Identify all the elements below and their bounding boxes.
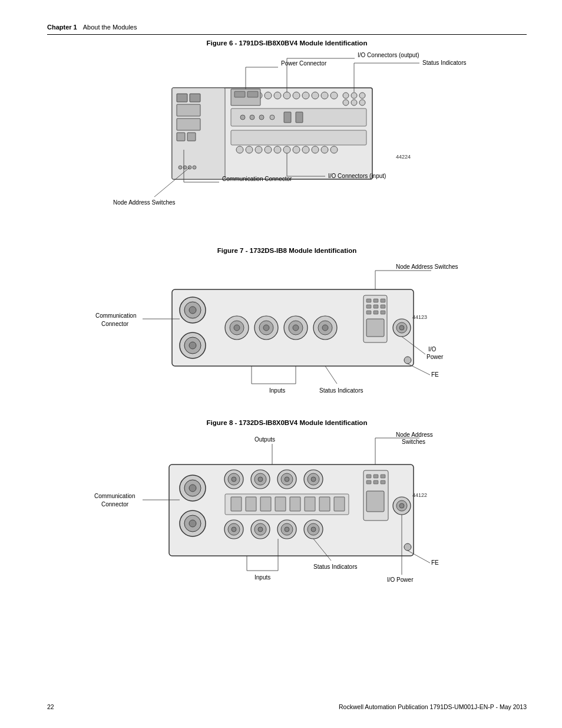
svg-point-42	[255, 146, 262, 153]
svg-text:44123: 44123	[412, 314, 427, 320]
figure-6-title: Figure 6 - 1791DS-IB8X0BV4 Module Identi…	[47, 39, 527, 47]
svg-rect-125	[225, 494, 349, 515]
status-indicators-label: Status Indicators	[422, 60, 466, 66]
svg-rect-86	[373, 305, 378, 308]
svg-point-109	[189, 485, 196, 492]
svg-rect-147	[366, 475, 371, 478]
svg-point-121	[285, 477, 289, 482]
fig7-comm-label1: Communication	[95, 312, 136, 319]
svg-rect-90	[381, 311, 385, 314]
svg-point-11	[193, 166, 196, 169]
svg-rect-87	[381, 305, 385, 308]
svg-rect-126	[231, 497, 242, 511]
svg-point-46	[293, 146, 300, 153]
svg-rect-151	[373, 480, 378, 484]
svg-line-105	[408, 364, 430, 375]
node-addr-label: Node Address Switches	[113, 199, 176, 206]
figure-6-section: Figure 6 - 1791DS-IB8X0BV4 Module Identi…	[47, 39, 527, 229]
svg-point-40	[236, 146, 243, 153]
svg-rect-38	[234, 91, 245, 97]
svg-point-8	[178, 166, 182, 169]
svg-point-118	[258, 477, 263, 482]
svg-rect-132	[319, 497, 330, 511]
svg-rect-39	[247, 91, 258, 97]
fig8-comm-label1: Communication	[94, 493, 135, 499]
svg-point-16	[274, 92, 281, 99]
io-input-label: I/O Connectors (input)	[328, 173, 386, 179]
svg-point-47	[302, 146, 309, 153]
figure-6-area: 44224 Power Connector I/O Connectors (ou…	[47, 52, 527, 229]
svg-rect-129	[275, 497, 286, 511]
svg-rect-6	[177, 133, 185, 141]
svg-rect-153	[366, 491, 384, 512]
svg-rect-127	[246, 497, 256, 511]
svg-point-17	[283, 92, 290, 99]
svg-rect-85	[366, 305, 371, 308]
svg-rect-131	[305, 497, 315, 511]
svg-rect-133	[334, 497, 345, 511]
publication-info: Rockwell Automation Publication 1791DS-U…	[339, 703, 527, 710]
svg-point-112	[189, 520, 196, 527]
svg-point-115	[232, 477, 236, 482]
page-number: 22	[47, 703, 54, 710]
svg-point-139	[258, 527, 263, 532]
svg-rect-152	[381, 480, 385, 484]
fig7-fe-label: FE	[431, 371, 439, 378]
figure-8-section: Figure 8 - 1732DS-IB8X0BV4 Module Identi…	[47, 419, 527, 585]
svg-rect-35	[296, 112, 303, 123]
svg-point-26	[343, 100, 349, 106]
figure-6-svg: 44224 Power Connector I/O Connectors (ou…	[66, 52, 508, 229]
svg-point-48	[312, 146, 319, 153]
svg-rect-4	[177, 104, 200, 116]
svg-point-23	[343, 93, 349, 98]
svg-line-103	[325, 366, 337, 384]
svg-point-25	[359, 93, 365, 98]
svg-rect-2	[177, 94, 187, 102]
svg-point-71	[234, 325, 240, 331]
figure-7-section: Figure 7 - 1732DS-IB8 Module Identificat…	[47, 247, 527, 401]
svg-rect-128	[260, 497, 271, 511]
page-container: Chapter 1 About the Modules Figure 6 - 1…	[0, 0, 562, 728]
svg-point-145	[311, 527, 316, 532]
svg-rect-5	[177, 118, 200, 130]
svg-text:44122: 44122	[412, 492, 427, 498]
svg-point-21	[321, 92, 328, 99]
io-output-label: I/O Connectors (output)	[358, 52, 419, 58]
figure-8-area: 44122 Outputs Node Address Switches Comm…	[47, 432, 527, 585]
svg-rect-89	[373, 311, 378, 314]
svg-point-44	[274, 146, 281, 153]
fig8-fe-label: FE	[431, 559, 439, 566]
figure-8-svg: 44122 Outputs Node Address Switches Comm…	[66, 432, 508, 585]
figure-8-title: Figure 8 - 1732DS-IB8X0BV4 Module Identi…	[47, 419, 527, 426]
svg-point-22	[330, 92, 338, 99]
figure-7-title: Figure 7 - 1732DS-IB8 Module Identificat…	[47, 247, 527, 254]
power-connector-label: Power Connector	[281, 60, 327, 67]
svg-point-20	[312, 92, 319, 99]
fig8-iopower-label: I/O Power	[387, 577, 414, 583]
svg-point-77	[293, 325, 299, 331]
svg-point-80	[322, 325, 328, 331]
fig8-status-label: Status Indicators	[313, 564, 357, 570]
fig8-outputs-label: Outputs	[254, 436, 275, 443]
svg-point-41	[246, 146, 253, 153]
svg-point-27	[351, 100, 357, 106]
fig8-comm-label2: Connector	[101, 501, 129, 508]
page-footer: 22 Rockwell Automation Publication 1791D…	[0, 703, 562, 710]
svg-point-95	[404, 357, 411, 364]
fig7-inputs-label: Inputs	[269, 387, 285, 394]
page-header: Chapter 1 About the Modules	[47, 24, 527, 35]
svg-point-74	[263, 325, 269, 331]
svg-rect-91	[366, 319, 384, 337]
svg-point-32	[259, 115, 264, 120]
svg-point-31	[250, 115, 254, 120]
fig7-comm-label2: Connector	[101, 321, 129, 327]
svg-point-94	[399, 325, 404, 330]
svg-rect-150	[366, 480, 371, 484]
svg-point-136	[232, 527, 236, 532]
svg-point-124	[311, 477, 316, 482]
fig8-inputs-label: Inputs	[254, 574, 270, 581]
svg-rect-84	[381, 299, 385, 302]
header-subtitle: About the Modules	[83, 24, 137, 31]
svg-rect-83	[373, 299, 378, 302]
svg-rect-82	[366, 299, 371, 302]
